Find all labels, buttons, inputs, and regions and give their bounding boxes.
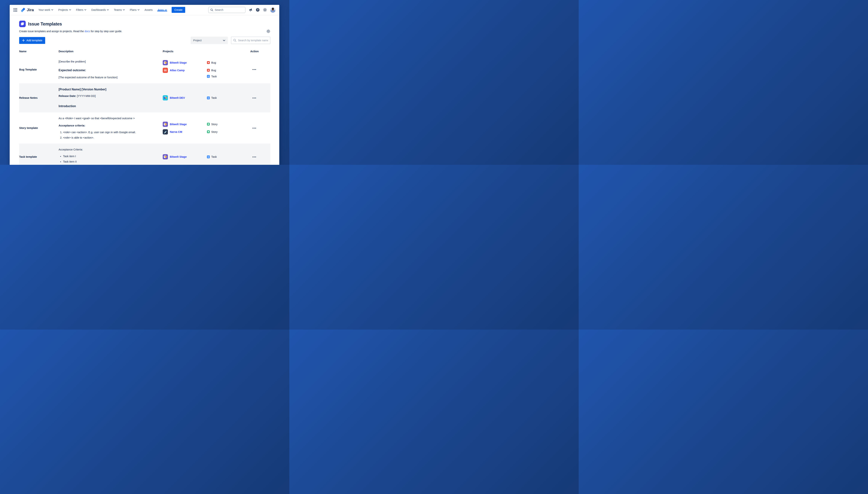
template-name: Task template [19, 144, 59, 165]
page-subtitle: Create issue templates and assign to pro… [19, 30, 122, 33]
acceptance-criteria-list: <role> can <action>. E.g. user can sign … [63, 131, 156, 139]
global-search[interactable] [208, 7, 246, 13]
project-avatar-atlas-camp [163, 68, 168, 73]
top-navbar: Jira Your work Projects Filters Dashboar… [10, 5, 279, 15]
main-content: Issue Templates Create issue templates a… [10, 15, 279, 165]
template-description: [Product Name] [Version Number] Release … [59, 83, 163, 112]
header-projects: Projects [163, 50, 238, 53]
template-name: Bug Template [19, 56, 59, 83]
template-description: As a <Role> I want <goal> so that <benef… [59, 112, 163, 144]
project-link[interactable]: Bitwelt Stage [163, 122, 207, 127]
table-header: Name Description Projects Action [19, 48, 270, 56]
nav-item-apps[interactable]: Apps [158, 8, 167, 11]
nav-item-plans[interactable]: Plans [130, 8, 139, 11]
table-row: Task template Acceptance Criteria: Task … [19, 144, 270, 165]
project-avatar-bitwelt-dev [163, 95, 168, 100]
project-link[interactable]: Bitwelt DEV [163, 95, 207, 100]
row-actions-menu[interactable]: ••• [252, 96, 257, 99]
chevron-down-icon [84, 9, 86, 11]
nav-item-your-work[interactable]: Your work [38, 8, 53, 11]
search-icon [233, 39, 236, 42]
add-template-button[interactable]: Add template [19, 37, 45, 44]
issue-type-bug: Bug [207, 60, 216, 65]
table-row: Release Notes [Product Name] [Version Nu… [19, 83, 270, 112]
template-projects: Bitwelt DEV Task [163, 83, 238, 112]
announcement-icon[interactable] [248, 7, 253, 12]
settings-gear-icon[interactable] [263, 8, 267, 12]
project-filter-dropdown[interactable]: Project [191, 37, 228, 44]
nav-item-assets[interactable]: Assets [144, 8, 153, 11]
docs-link[interactable]: docs [84, 30, 90, 33]
story-icon [207, 130, 210, 133]
issue-type-task: Task [207, 74, 217, 79]
chevron-down-icon [223, 40, 225, 41]
template-search[interactable] [231, 37, 270, 44]
project-avatar-bitwelt-stage [163, 122, 168, 127]
page-title: Issue Templates [28, 21, 62, 26]
create-button[interactable]: Create [172, 7, 186, 13]
chevron-down-icon [107, 9, 109, 11]
issue-type-task: Task [207, 95, 217, 100]
issue-type-story: Story [207, 122, 217, 127]
user-avatar[interactable] [270, 7, 275, 13]
task-icon [207, 97, 210, 99]
issue-type-task: Task [207, 154, 217, 159]
search-icon [210, 8, 213, 11]
template-search-input[interactable] [238, 39, 268, 42]
header-name: Name [19, 50, 59, 53]
jira-logo-text: Jira [27, 7, 34, 12]
nav-item-teams[interactable]: Teams [114, 8, 125, 11]
project-link[interactable]: Atlas Camp [163, 68, 207, 73]
navbar-menu: Your work Projects Filters Dashboards Te… [38, 8, 167, 11]
template-description: Acceptance Criteria: Task item I Task it… [59, 144, 163, 165]
row-actions-menu[interactable]: ••• [252, 68, 257, 71]
app-switcher-grid-icon[interactable] [13, 8, 17, 12]
header-action: Action [238, 50, 270, 53]
navbar-right: ? [208, 5, 275, 15]
app-settings-gear-icon[interactable] [266, 29, 270, 33]
project-link[interactable]: Narva CM [163, 129, 207, 134]
table-row: Bug Template [Describe the problem] Expe… [19, 56, 270, 83]
chevron-down-icon [138, 9, 139, 11]
issue-type-story: Story [207, 129, 217, 134]
app-window: Jira Your work Projects Filters Dashboar… [10, 5, 279, 165]
header-description: Description [59, 50, 163, 53]
template-name: Story template [19, 112, 59, 144]
row-actions-menu[interactable]: ••• [252, 155, 257, 158]
bug-icon [207, 61, 210, 64]
help-icon[interactable]: ? [256, 8, 260, 12]
nav-item-filters[interactable]: Filters [76, 8, 86, 11]
project-link[interactable]: Bitwelt Stage [163, 154, 207, 159]
story-icon [207, 123, 210, 126]
jira-logo-mark-icon [21, 7, 25, 12]
project-link[interactable]: Bitwelt Stage [163, 60, 207, 65]
project-avatar-bitwelt-stage [163, 154, 168, 159]
issue-type-bug: Bug [207, 68, 217, 73]
nav-item-projects[interactable]: Projects [58, 8, 71, 11]
nav-item-dashboards[interactable]: Dashboards [91, 8, 109, 11]
chevron-down-icon [123, 9, 125, 11]
task-items-list: Task item I Task item II [63, 155, 156, 163]
toolbar: Add template Project [19, 37, 270, 44]
template-name: Release Notes [19, 83, 59, 112]
table-row: Story template As a <Role> I want <goal>… [19, 112, 270, 144]
issue-templates-app-icon [19, 21, 26, 27]
templates-table: Name Description Projects Action Bug Tem… [19, 48, 270, 165]
jira-logo[interactable]: Jira [21, 7, 34, 12]
page-header: Issue Templates [19, 21, 270, 27]
task-icon [207, 75, 210, 78]
plus-icon [22, 39, 25, 42]
task-icon [207, 155, 210, 158]
row-actions-menu[interactable]: ••• [252, 127, 257, 130]
template-projects: Bitwelt Stage Bug [163, 56, 238, 83]
svg-text:?: ? [257, 8, 258, 11]
chevron-down-icon [165, 9, 167, 11]
global-search-input[interactable] [215, 8, 244, 11]
bug-icon [207, 69, 210, 72]
template-description: [Describe the problem] Expected outcome:… [59, 56, 163, 83]
project-avatar-narva-cm [163, 129, 168, 134]
project-avatar-bitwelt-stage [163, 60, 168, 65]
navbar-left: Jira Your work Projects Filters Dashboar… [13, 5, 185, 15]
chevron-down-icon [69, 9, 71, 11]
template-projects: Bitwelt Stage Story [163, 112, 238, 144]
